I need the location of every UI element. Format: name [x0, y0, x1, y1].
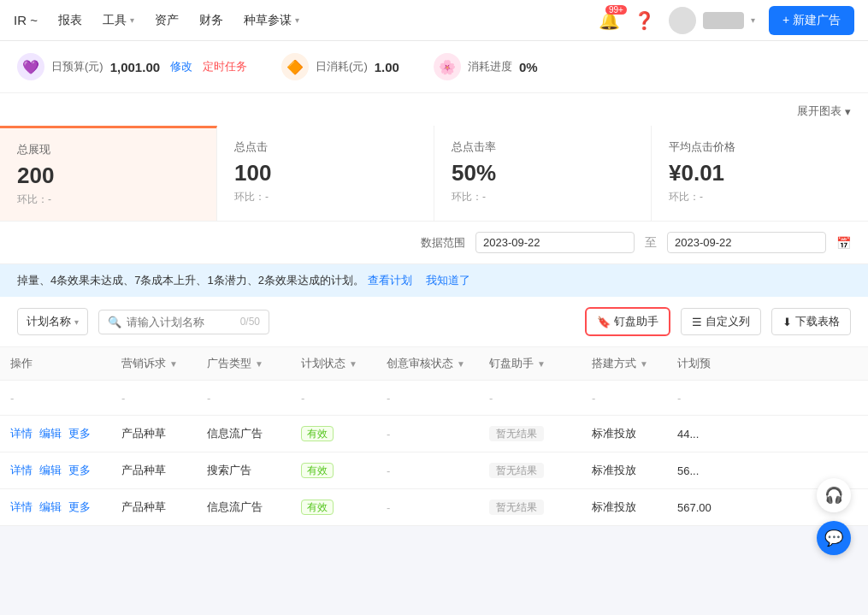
- view-plan-link[interactable]: 查看计划: [368, 273, 412, 288]
- row2-adtype-value: 搜索广告: [207, 464, 251, 476]
- modify-budget-link[interactable]: 修改: [170, 59, 192, 74]
- metric-cards: 总展现 200 环比：- 总点击 100 环比：- 总点击率 50% 环比：- …: [0, 126, 868, 222]
- row1-plan-value: 44...: [677, 428, 699, 441]
- date-separator: 至: [645, 235, 657, 251]
- marketing-filter-icon[interactable]: ▼: [169, 359, 178, 369]
- row1-adtype-cell: 信息流广告: [197, 426, 291, 441]
- creative-filter-icon[interactable]: ▼: [457, 359, 465, 369]
- schedule-task-link[interactable]: 定时任务: [203, 59, 247, 74]
- ctr-compare: 环比：-: [452, 190, 634, 204]
- nav-item-tools[interactable]: 工具 ▾: [103, 13, 134, 28]
- row3-action-cell: 详情 编辑 更多: [0, 500, 111, 515]
- empty-dashboard: -: [479, 391, 582, 405]
- row2-edit-link[interactable]: 编辑: [39, 463, 62, 478]
- row2-detail-link[interactable]: 详情: [10, 463, 32, 478]
- col-header-action: 操作: [0, 356, 111, 371]
- metric-card-clicks[interactable]: 总点击 100 环比：-: [217, 126, 434, 221]
- row3-status-badge: 有效: [301, 500, 334, 515]
- dashboard-filter-icon[interactable]: ▼: [537, 359, 546, 369]
- table-toolbar: 计划名称 ▾ 🔍 0/50 🔖 钉盘助手 ☰ 自定义列 ⬇ 下载表格: [0, 297, 868, 347]
- metric-card-avg-cpc[interactable]: 平均点击价格 ¥0.01 环比：-: [652, 126, 868, 221]
- date-from-input[interactable]: [475, 232, 635, 253]
- row1-more-link[interactable]: 更多: [68, 426, 91, 441]
- plan-name-select[interactable]: 计划名称 ▾: [17, 308, 88, 335]
- metric-card-impressions[interactable]: 总展现 200 环比：-: [0, 126, 217, 221]
- row1-detail-link[interactable]: 详情: [10, 426, 32, 441]
- support-float-btn[interactable]: 🎧: [817, 478, 851, 512]
- top-nav: IR ~ 报表 工具 ▾ 资产 财务 种草参谋 ▾ 🔔 99+ ❓ ▾ + 新建…: [0, 0, 868, 41]
- user-avatar-area[interactable]: ▾: [669, 7, 755, 34]
- spend-progress-stat: 🌸 消耗进度 0%: [434, 53, 538, 80]
- row2-plan-value: 56...: [677, 464, 699, 477]
- search-icon: 🔍: [108, 316, 121, 328]
- row3-more-link[interactable]: 更多: [68, 500, 91, 515]
- nav-item-seeding[interactable]: 种草参谋 ▾: [244, 13, 299, 28]
- col-header-plan: 计划预: [667, 356, 735, 371]
- nav-item-assets[interactable]: 资产: [155, 13, 179, 28]
- filter-row: 数据范围 至 📅: [0, 222, 868, 264]
- table-row: 详情 编辑 更多 产品种草 信息流广告 有效 - 暂无结果 标准投放 44...: [0, 416, 868, 452]
- row3-creative-value: -: [387, 501, 390, 514]
- date-to-input[interactable]: [667, 232, 826, 253]
- progress-icon: 🌸: [434, 53, 461, 80]
- col-header-dashboard: 钉盘助手 ▼: [479, 356, 582, 371]
- daily-budget-value: 1,001.00: [110, 60, 160, 74]
- spend-icon: 🔶: [281, 53, 309, 80]
- nav-item-finance[interactable]: 财务: [199, 13, 223, 28]
- avg-cpc-title: 平均点击价格: [669, 139, 851, 155]
- chart-area: 展开图表 ▾: [0, 93, 868, 126]
- row2-dashboard-value: 暂无结果: [489, 463, 544, 478]
- table-header-row: 操作 营销诉求 ▼ 广告类型 ▼ 计划状态 ▼ 创意审核状态 ▼ 钉盘助手 ▼ …: [0, 347, 868, 381]
- help-icon[interactable]: ❓: [634, 10, 655, 31]
- col-header-marketing: 营销诉求 ▼: [111, 356, 197, 371]
- row2-status-cell: 有效: [291, 463, 376, 478]
- calendar-icon[interactable]: 📅: [836, 236, 851, 250]
- row1-status-badge: 有效: [301, 426, 334, 441]
- download-table-btn[interactable]: ⬇ 下载表格: [771, 308, 851, 335]
- dashboard-assistant-btn[interactable]: 🔖 钉盘助手: [585, 307, 670, 336]
- row1-plan-cell: 44...: [667, 427, 735, 441]
- data-range-label: 数据范围: [421, 235, 465, 251]
- expand-chart-btn[interactable]: 展开图表 ▾: [797, 103, 851, 119]
- budget-icon: 💜: [17, 53, 44, 80]
- row3-edit-link[interactable]: 编辑: [39, 500, 62, 515]
- notification-bell[interactable]: 🔔 99+: [599, 10, 620, 31]
- empty-status: -: [291, 391, 376, 405]
- chart-header: 展开图表 ▾: [17, 103, 851, 126]
- row2-creative-value: -: [387, 464, 390, 477]
- avatar: [669, 7, 696, 34]
- nav-item-reports[interactable]: 报表: [58, 13, 82, 28]
- metric-card-ctr[interactable]: 总点击率 50% 环比：-: [434, 126, 652, 221]
- new-ad-button[interactable]: + 新建广告: [769, 6, 854, 35]
- plan-search-wrap: 🔍 0/50: [98, 310, 269, 334]
- row1-dashboard-cell: 暂无结果: [479, 426, 582, 441]
- row2-action-cell: 详情 编辑 更多: [0, 463, 111, 478]
- seeding-dropdown-arrow: ▾: [295, 15, 299, 25]
- pin-icon: 🔖: [597, 316, 611, 328]
- row1-marketing-cell: 产品种草: [111, 426, 197, 441]
- row2-marketing-value: 产品种草: [121, 464, 166, 476]
- row3-dashboard-cell: 暂无结果: [479, 500, 582, 515]
- status-filter-icon[interactable]: ▼: [349, 359, 357, 369]
- build-filter-icon[interactable]: ▼: [640, 359, 648, 369]
- impressions-value: 200: [17, 163, 199, 189]
- col-header-status: 计划状态 ▼: [291, 356, 376, 371]
- row1-edit-link[interactable]: 编辑: [39, 426, 62, 441]
- row3-detail-link[interactable]: 详情: [10, 500, 32, 515]
- row2-more-link[interactable]: 更多: [68, 463, 91, 478]
- row3-adtype-cell: 信息流广告: [197, 500, 291, 515]
- row3-dashboard-value: 暂无结果: [489, 500, 544, 515]
- col-header-build: 搭建方式 ▼: [582, 356, 667, 371]
- row2-marketing-cell: 产品种草: [111, 463, 197, 478]
- adtype-filter-icon[interactable]: ▼: [255, 359, 263, 369]
- plan-select-arrow: ▾: [74, 317, 79, 327]
- clicks-value: 100: [234, 160, 416, 186]
- got-it-link[interactable]: 我知道了: [426, 273, 470, 288]
- row3-creative-cell: -: [376, 500, 479, 514]
- plan-search-input[interactable]: [127, 316, 235, 328]
- chat-float-btn[interactable]: 💬: [817, 521, 851, 555]
- custom-column-btn[interactable]: ☰ 自定义列: [681, 308, 761, 335]
- spend-progress-label: 消耗进度: [468, 59, 512, 74]
- alert-text: 掉量、4条效果未达成、7条成本上升、1条潜力、2条效果达成的计划。: [17, 273, 364, 288]
- empty-adtype: -: [197, 391, 291, 405]
